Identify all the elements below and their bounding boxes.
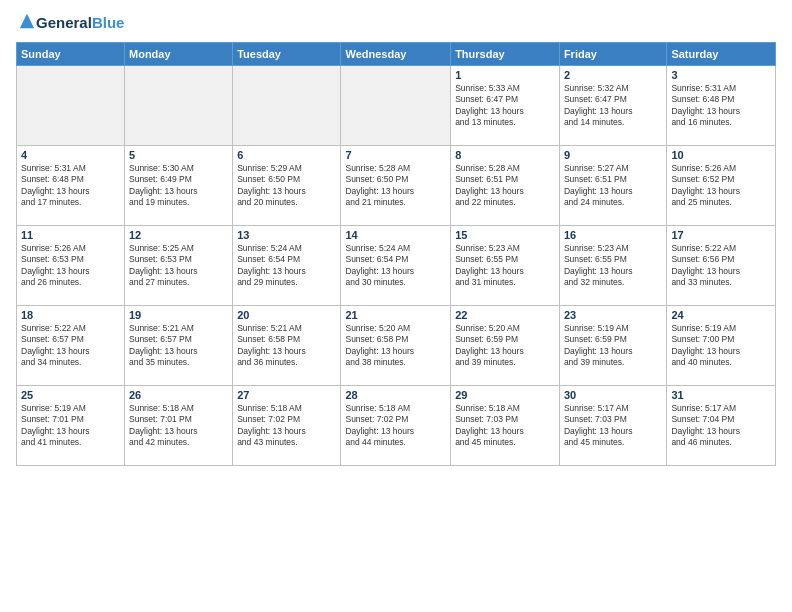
- day-number: 17: [671, 229, 771, 241]
- day-info: Sunrise: 5:24 AM Sunset: 6:54 PM Dayligh…: [345, 243, 446, 289]
- day-number: 11: [21, 229, 120, 241]
- header: GeneralBlue: [16, 12, 776, 34]
- day-info: Sunrise: 5:20 AM Sunset: 6:58 PM Dayligh…: [345, 323, 446, 369]
- day-info: Sunrise: 5:18 AM Sunset: 7:01 PM Dayligh…: [129, 403, 228, 449]
- calendar-cell: 29Sunrise: 5:18 AM Sunset: 7:03 PM Dayli…: [451, 386, 560, 466]
- calendar-cell: 25Sunrise: 5:19 AM Sunset: 7:01 PM Dayli…: [17, 386, 125, 466]
- day-info: Sunrise: 5:23 AM Sunset: 6:55 PM Dayligh…: [455, 243, 555, 289]
- calendar-cell: 19Sunrise: 5:21 AM Sunset: 6:57 PM Dayli…: [125, 306, 233, 386]
- day-number: 16: [564, 229, 662, 241]
- calendar-cell: 17Sunrise: 5:22 AM Sunset: 6:56 PM Dayli…: [667, 226, 776, 306]
- calendar-row: 11Sunrise: 5:26 AM Sunset: 6:53 PM Dayli…: [17, 226, 776, 306]
- day-info: Sunrise: 5:32 AM Sunset: 6:47 PM Dayligh…: [564, 83, 662, 129]
- day-info: Sunrise: 5:22 AM Sunset: 6:56 PM Dayligh…: [671, 243, 771, 289]
- page: GeneralBlue SundayMondayTuesdayWednesday…: [0, 0, 792, 612]
- calendar-row: 4Sunrise: 5:31 AM Sunset: 6:48 PM Daylig…: [17, 146, 776, 226]
- logo: GeneralBlue: [16, 12, 124, 34]
- day-info: Sunrise: 5:24 AM Sunset: 6:54 PM Dayligh…: [237, 243, 336, 289]
- day-info: Sunrise: 5:19 AM Sunset: 6:59 PM Dayligh…: [564, 323, 662, 369]
- calendar-cell: [233, 66, 341, 146]
- calendar-cell: 6Sunrise: 5:29 AM Sunset: 6:50 PM Daylig…: [233, 146, 341, 226]
- day-number: 27: [237, 389, 336, 401]
- calendar-cell: [125, 66, 233, 146]
- day-info: Sunrise: 5:33 AM Sunset: 6:47 PM Dayligh…: [455, 83, 555, 129]
- calendar-cell: 1Sunrise: 5:33 AM Sunset: 6:47 PM Daylig…: [451, 66, 560, 146]
- day-number: 18: [21, 309, 120, 321]
- day-info: Sunrise: 5:22 AM Sunset: 6:57 PM Dayligh…: [21, 323, 120, 369]
- calendar-cell: 26Sunrise: 5:18 AM Sunset: 7:01 PM Dayli…: [125, 386, 233, 466]
- day-number: 20: [237, 309, 336, 321]
- calendar-cell: 15Sunrise: 5:23 AM Sunset: 6:55 PM Dayli…: [451, 226, 560, 306]
- day-number: 21: [345, 309, 446, 321]
- calendar-cell: 13Sunrise: 5:24 AM Sunset: 6:54 PM Dayli…: [233, 226, 341, 306]
- day-number: 29: [455, 389, 555, 401]
- day-info: Sunrise: 5:28 AM Sunset: 6:51 PM Dayligh…: [455, 163, 555, 209]
- day-number: 12: [129, 229, 228, 241]
- calendar-cell: 23Sunrise: 5:19 AM Sunset: 6:59 PM Dayli…: [559, 306, 666, 386]
- calendar-table: SundayMondayTuesdayWednesdayThursdayFrid…: [16, 42, 776, 466]
- day-number: 28: [345, 389, 446, 401]
- weekday-header: Thursday: [451, 43, 560, 66]
- calendar-cell: 9Sunrise: 5:27 AM Sunset: 6:51 PM Daylig…: [559, 146, 666, 226]
- day-info: Sunrise: 5:19 AM Sunset: 7:01 PM Dayligh…: [21, 403, 120, 449]
- weekday-header: Wednesday: [341, 43, 451, 66]
- day-number: 1: [455, 69, 555, 81]
- day-number: 14: [345, 229, 446, 241]
- day-number: 7: [345, 149, 446, 161]
- calendar-cell: 11Sunrise: 5:26 AM Sunset: 6:53 PM Dayli…: [17, 226, 125, 306]
- calendar-cell: 16Sunrise: 5:23 AM Sunset: 6:55 PM Dayli…: [559, 226, 666, 306]
- day-number: 5: [129, 149, 228, 161]
- day-info: Sunrise: 5:26 AM Sunset: 6:52 PM Dayligh…: [671, 163, 771, 209]
- weekday-header: Friday: [559, 43, 666, 66]
- calendar-cell: 27Sunrise: 5:18 AM Sunset: 7:02 PM Dayli…: [233, 386, 341, 466]
- day-number: 2: [564, 69, 662, 81]
- logo-text: GeneralBlue: [36, 14, 124, 32]
- weekday-header: Saturday: [667, 43, 776, 66]
- day-number: 3: [671, 69, 771, 81]
- day-info: Sunrise: 5:18 AM Sunset: 7:02 PM Dayligh…: [237, 403, 336, 449]
- day-info: Sunrise: 5:30 AM Sunset: 6:49 PM Dayligh…: [129, 163, 228, 209]
- day-number: 25: [21, 389, 120, 401]
- day-info: Sunrise: 5:17 AM Sunset: 7:04 PM Dayligh…: [671, 403, 771, 449]
- day-number: 22: [455, 309, 555, 321]
- day-info: Sunrise: 5:27 AM Sunset: 6:51 PM Dayligh…: [564, 163, 662, 209]
- day-number: 8: [455, 149, 555, 161]
- day-info: Sunrise: 5:26 AM Sunset: 6:53 PM Dayligh…: [21, 243, 120, 289]
- day-number: 24: [671, 309, 771, 321]
- day-number: 19: [129, 309, 228, 321]
- calendar-row: 25Sunrise: 5:19 AM Sunset: 7:01 PM Dayli…: [17, 386, 776, 466]
- day-info: Sunrise: 5:21 AM Sunset: 6:57 PM Dayligh…: [129, 323, 228, 369]
- calendar-row: 18Sunrise: 5:22 AM Sunset: 6:57 PM Dayli…: [17, 306, 776, 386]
- calendar-cell: 5Sunrise: 5:30 AM Sunset: 6:49 PM Daylig…: [125, 146, 233, 226]
- weekday-header: Monday: [125, 43, 233, 66]
- svg-marker-0: [20, 14, 34, 28]
- calendar-cell: 12Sunrise: 5:25 AM Sunset: 6:53 PM Dayli…: [125, 226, 233, 306]
- day-number: 4: [21, 149, 120, 161]
- calendar-cell: 20Sunrise: 5:21 AM Sunset: 6:58 PM Dayli…: [233, 306, 341, 386]
- calendar-cell: 4Sunrise: 5:31 AM Sunset: 6:48 PM Daylig…: [17, 146, 125, 226]
- day-info: Sunrise: 5:18 AM Sunset: 7:03 PM Dayligh…: [455, 403, 555, 449]
- day-info: Sunrise: 5:20 AM Sunset: 6:59 PM Dayligh…: [455, 323, 555, 369]
- day-info: Sunrise: 5:17 AM Sunset: 7:03 PM Dayligh…: [564, 403, 662, 449]
- calendar-cell: [341, 66, 451, 146]
- day-info: Sunrise: 5:31 AM Sunset: 6:48 PM Dayligh…: [671, 83, 771, 129]
- day-info: Sunrise: 5:19 AM Sunset: 7:00 PM Dayligh…: [671, 323, 771, 369]
- calendar-cell: 30Sunrise: 5:17 AM Sunset: 7:03 PM Dayli…: [559, 386, 666, 466]
- day-info: Sunrise: 5:21 AM Sunset: 6:58 PM Dayligh…: [237, 323, 336, 369]
- calendar-cell: 7Sunrise: 5:28 AM Sunset: 6:50 PM Daylig…: [341, 146, 451, 226]
- logo-icon: [18, 12, 36, 30]
- calendar-cell: 14Sunrise: 5:24 AM Sunset: 6:54 PM Dayli…: [341, 226, 451, 306]
- day-number: 9: [564, 149, 662, 161]
- calendar-cell: 31Sunrise: 5:17 AM Sunset: 7:04 PM Dayli…: [667, 386, 776, 466]
- calendar-cell: 21Sunrise: 5:20 AM Sunset: 6:58 PM Dayli…: [341, 306, 451, 386]
- day-number: 26: [129, 389, 228, 401]
- calendar-cell: 24Sunrise: 5:19 AM Sunset: 7:00 PM Dayli…: [667, 306, 776, 386]
- day-number: 23: [564, 309, 662, 321]
- day-number: 30: [564, 389, 662, 401]
- calendar-cell: 10Sunrise: 5:26 AM Sunset: 6:52 PM Dayli…: [667, 146, 776, 226]
- weekday-header: Sunday: [17, 43, 125, 66]
- day-info: Sunrise: 5:28 AM Sunset: 6:50 PM Dayligh…: [345, 163, 446, 209]
- day-number: 10: [671, 149, 771, 161]
- calendar-cell: 2Sunrise: 5:32 AM Sunset: 6:47 PM Daylig…: [559, 66, 666, 146]
- calendar-cell: 18Sunrise: 5:22 AM Sunset: 6:57 PM Dayli…: [17, 306, 125, 386]
